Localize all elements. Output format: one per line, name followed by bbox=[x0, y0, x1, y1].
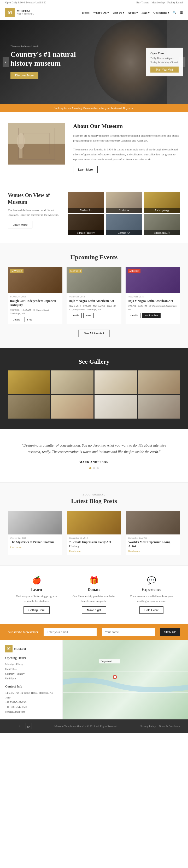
footer-info: M MUSEUM Opening Hours Monday - Friday U… bbox=[0, 640, 63, 719]
gallery-item-7[interactable] bbox=[95, 395, 137, 418]
blog-image-3 bbox=[126, 511, 180, 534]
newsletter-section: Subscribe Newsletter SIGN UP bbox=[0, 624, 188, 640]
about-title: About Our Museum bbox=[73, 123, 180, 129]
testimonial-quote: "Designing is a matter of concentration.… bbox=[21, 442, 167, 455]
info-section: 🍎 Learn Various type of informing progra… bbox=[0, 566, 188, 624]
gallery-item-1[interactable] bbox=[8, 370, 50, 394]
blog-title: Latest Blog Posts bbox=[8, 498, 180, 505]
testimonial-dot-3[interactable] bbox=[97, 467, 99, 469]
event-actions-2: Details Free bbox=[69, 313, 119, 318]
venue-anthropology[interactable]: Anthropology bbox=[144, 192, 180, 213]
venues-desc: The best exhibitions across our differen… bbox=[8, 208, 60, 217]
gallery-item-5[interactable] bbox=[8, 395, 50, 418]
blog-title-2: 7 Female Impression Every Art History bbox=[67, 540, 121, 550]
nav-visit[interactable]: Visit Us ▾ bbox=[113, 11, 124, 14]
event-details-btn-2[interactable]: Details bbox=[69, 313, 82, 318]
promo-banner: Looking for an Amazing Museum theme for … bbox=[0, 104, 188, 112]
top-bar-tickets[interactable]: Buy Tickets bbox=[136, 1, 149, 4]
blog-read-1[interactable]: Read more bbox=[8, 546, 62, 551]
event-details-btn-1[interactable]: Details bbox=[10, 317, 23, 322]
venue-german-art[interactable]: German Art bbox=[106, 214, 142, 235]
donate-button[interactable]: Make a gift bbox=[82, 607, 106, 614]
gallery-item-6[interactable] bbox=[51, 395, 93, 418]
nav-home[interactable]: Home bbox=[82, 11, 89, 14]
events-title: Upcoming Events bbox=[8, 254, 180, 261]
twitter-icon[interactable]: t bbox=[8, 723, 14, 730]
blog-card-2: November 11, 2018 7 Female Impression Ev… bbox=[67, 511, 121, 555]
donate-title: Donate bbox=[71, 587, 117, 592]
event-details-btn-3[interactable]: Details bbox=[128, 313, 141, 318]
newsletter-name-input[interactable] bbox=[102, 628, 155, 636]
venue-kings-label: Kings of History bbox=[68, 230, 104, 235]
venue-anthropology-label: Anthropology bbox=[144, 208, 180, 213]
privacy-policy-link[interactable]: Privacy Policy bbox=[141, 725, 156, 728]
gallery-item-3[interactable] bbox=[95, 370, 137, 394]
about-section: About Our Museum Museum art & history mu… bbox=[0, 112, 188, 184]
newsletter-email-input[interactable] bbox=[44, 628, 97, 636]
footer-contact: 14 S.1A Tran Hu Tiong, Hanoi, Malaysia, … bbox=[5, 691, 57, 714]
facebook-icon[interactable]: f bbox=[17, 723, 23, 730]
info-experience: 💬 Experience The museum is available to … bbox=[128, 576, 175, 614]
event-free-btn-1[interactable]: Free bbox=[25, 317, 35, 322]
plan-visit-button[interactable]: Plan Your Visit bbox=[150, 67, 179, 73]
event-book-btn-3[interactable]: Book Online bbox=[142, 313, 160, 318]
testimonial-dot-2[interactable] bbox=[93, 467, 95, 469]
learn-icon: 🍎 bbox=[13, 576, 60, 585]
blog-image-1 bbox=[8, 511, 62, 534]
hero-prev-button[interactable]: ‹ bbox=[3, 57, 9, 67]
search-icon[interactable]: 🔍 bbox=[173, 11, 177, 14]
newsletter-label: Subscribe Newsletter bbox=[8, 630, 38, 634]
about-learn-more-button[interactable]: Learn More bbox=[73, 166, 98, 173]
venue-historical-life[interactable]: Historical Life bbox=[144, 214, 180, 235]
event-title-3: Rojo Y Negro Latin American Art bbox=[128, 299, 178, 303]
top-bar-facility[interactable]: Facility Rental bbox=[167, 1, 183, 4]
events-section: Upcoming Events MAY 2018 JANUARY 2018 Ro… bbox=[0, 243, 188, 347]
venue-kings-history[interactable]: Kings of History bbox=[68, 214, 104, 235]
venue-sculptors-label: Sculptors bbox=[106, 208, 142, 213]
venues-learn-more-button[interactable]: Learn More bbox=[8, 221, 32, 228]
venues-section: Venues On View of Museum The best exhibi… bbox=[0, 184, 188, 243]
blog-tag: BLOG JOURNAL bbox=[8, 493, 180, 496]
footer-hours-title: Opening Hours bbox=[5, 656, 57, 660]
newsletter-signup-button[interactable]: SIGN UP bbox=[160, 628, 180, 636]
testimonial-dot-1[interactable] bbox=[89, 467, 91, 469]
blog-read-3[interactable]: Read more bbox=[126, 550, 180, 555]
nav-collections[interactable]: Collections ▾ bbox=[153, 11, 169, 14]
event-badge-2: MAY 2018 bbox=[69, 269, 82, 273]
logo-text: MUSEUM ART & HISTORY bbox=[17, 9, 34, 16]
venue-modern-art[interactable]: Modern Art bbox=[68, 192, 104, 213]
top-bar-membership[interactable]: Membership bbox=[151, 1, 165, 4]
google-plus-icon[interactable]: g+ bbox=[26, 723, 32, 730]
event-free-btn-2[interactable]: Free bbox=[83, 313, 94, 318]
discover-more-button[interactable]: Discover More bbox=[10, 72, 38, 79]
gallery-item-8[interactable] bbox=[138, 395, 180, 418]
learn-button[interactable]: Getting Here bbox=[24, 607, 50, 614]
hero-next-button[interactable]: › bbox=[179, 57, 185, 67]
top-bar: Open Daily 9:30-6. Monday Until 8:30 Buy… bbox=[0, 0, 188, 5]
blog-title-3: World's Most Expensive Living Artist bbox=[126, 540, 180, 550]
gallery-item-2[interactable] bbox=[51, 370, 93, 394]
footer-contact-title: Contact Info bbox=[5, 685, 57, 688]
terms-link[interactable]: Terms & Conditions bbox=[159, 725, 180, 728]
see-all-events-button[interactable]: See All Events ℹ bbox=[78, 330, 110, 337]
nav-about[interactable]: About ▾ bbox=[128, 11, 138, 14]
gallery-title: See Gallery bbox=[8, 358, 180, 365]
menu-icon[interactable]: ☰ bbox=[180, 11, 183, 14]
gallery-item-4[interactable] bbox=[138, 370, 180, 394]
svg-text:Dragonhead: Dragonhead bbox=[101, 660, 112, 663]
hero-arrows: ‹ › bbox=[3, 57, 185, 67]
blog-section: BLOG JOURNAL Latest Blog Posts October 1… bbox=[0, 483, 188, 565]
venue-german-label: German Art bbox=[106, 230, 142, 235]
blog-read-2[interactable]: Read more bbox=[67, 550, 121, 555]
event-meta-1: JANUARY 2018 bbox=[10, 296, 60, 298]
info-donate: 🎁 Donate Our Membership provides wonderf… bbox=[71, 576, 117, 614]
event-actions-1: Details Free bbox=[10, 317, 60, 322]
top-bar-hours: Open Daily 9:30-6. Monday Until 8:30 bbox=[5, 1, 46, 4]
nav-whats-on[interactable]: What's On ▾ bbox=[93, 11, 109, 14]
about-content: About Our Museum Museum art & history mu… bbox=[73, 123, 180, 173]
venue-sculptors[interactable]: Sculptors bbox=[106, 192, 142, 213]
nav-page[interactable]: Page ▾ bbox=[142, 11, 150, 14]
about-text-1: Museum art & history museum is committed… bbox=[73, 133, 180, 143]
experience-button[interactable]: Hold Event bbox=[140, 607, 163, 614]
event-detail-3: 1:00 PM - 10:45 PM - 50 Quincy Street, C… bbox=[128, 304, 178, 311]
